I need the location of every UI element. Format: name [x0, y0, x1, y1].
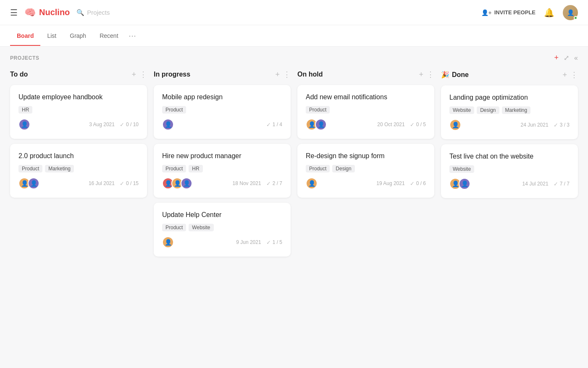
card-tags: HR	[18, 106, 139, 114]
card-tag: Product	[306, 165, 330, 172]
column-add-button[interactable]: +	[131, 71, 136, 78]
header-left: ☰ 🧠 Nuclino 🔍 Projects	[10, 7, 110, 18]
card-footer: 👤👤14 Jul 2021✓7 / 7	[449, 178, 570, 190]
tab-board[interactable]: Board	[10, 26, 40, 46]
tab-more-button[interactable]: ⋯	[125, 25, 139, 46]
card-footer: 👤24 Jun 2021✓3 / 3	[449, 119, 570, 131]
card[interactable]: Update employee handbookHR👤3 Aug 2021✓0 …	[10, 85, 147, 139]
card-tags: Website	[449, 165, 570, 173]
card-title: Update employee handbook	[18, 93, 139, 101]
column-title-text: To do	[10, 71, 28, 78]
checklist-icon: ✓	[554, 181, 558, 187]
user-avatar[interactable]: 👤	[563, 5, 578, 20]
avatar: 👤	[449, 119, 461, 131]
avatar: 👤	[306, 177, 318, 189]
card-meta: 19 Aug 2021✓0 / 6	[376, 180, 426, 187]
card-tags: ProductHR	[162, 165, 282, 172]
card-footer: 👤👤20 Oct 2021✓0 / 5	[306, 119, 426, 130]
card-tag: Design	[332, 165, 354, 172]
column-menu-button[interactable]: ⋮	[139, 71, 147, 78]
card-checklist: ✓1 / 4	[266, 122, 282, 128]
card[interactable]: Re-design the signup formProductDesign👤1…	[297, 144, 434, 198]
card[interactable]: 2.0 product launchProductMarketing👤👤16 J…	[10, 144, 147, 198]
checklist-count: 1 / 4	[273, 122, 282, 127]
header-right: 👤+ INVITE PEOPLE 🔔 👤	[481, 5, 578, 20]
card-date: 16 Jul 2021	[89, 180, 115, 186]
column-title-inprogress: In progress	[154, 71, 190, 78]
column-done: 🎉Done+⋮Landing page optimizationWebsiteD…	[441, 69, 578, 203]
card-date: 24 Jun 2021	[521, 122, 549, 128]
card-meta: ✓1 / 4	[266, 122, 282, 128]
card-tag: Website	[189, 224, 213, 231]
board-header: PROJECTS + ⤢ «	[10, 53, 578, 62]
column-add-button[interactable]: +	[275, 71, 280, 78]
card-tags: ProductDesign	[306, 165, 426, 172]
column-title-text: In progress	[154, 71, 190, 78]
expand-icon[interactable]: ⤢	[564, 54, 569, 62]
column-menu-button[interactable]: ⋮	[283, 71, 291, 78]
search-area[interactable]: 🔍 Projects	[76, 9, 110, 16]
card-footer: 👤3 Aug 2021✓0 / 10	[18, 119, 139, 130]
add-column-button[interactable]: +	[554, 53, 559, 62]
avatar: 👤	[18, 119, 30, 130]
avatar: 👤	[162, 119, 174, 130]
card-avatars: 👤	[18, 119, 30, 130]
card-checklist: ✓0 / 6	[410, 180, 426, 187]
hamburger-button[interactable]: ☰	[10, 8, 18, 17]
column-add-button[interactable]: +	[562, 71, 567, 79]
card-title: Re-design the signup form	[306, 152, 426, 160]
checklist-count: 0 / 15	[126, 180, 139, 186]
column-header-actions: +⋮	[562, 71, 578, 79]
card-checklist: ✓0 / 5	[410, 122, 426, 128]
bell-icon[interactable]: 🔔	[544, 8, 554, 18]
card-footer: 👤👤👤18 Nov 2021✓2 / 7	[162, 177, 282, 189]
card-title: Update Help Center	[162, 211, 282, 219]
avatar: 👤	[181, 177, 192, 189]
card-footer: 👤9 Jun 2021✓1 / 5	[162, 236, 282, 248]
tab-graph[interactable]: Graph	[63, 26, 93, 46]
checklist-icon: ✓	[266, 122, 271, 128]
card-tag: Marketing	[502, 106, 531, 114]
card[interactable]: Update Help CenterProductWebsite👤9 Jun 2…	[154, 203, 291, 257]
tab-list[interactable]: List	[40, 26, 63, 46]
column-header-actions: +⋮	[419, 71, 434, 78]
card-meta: 3 Aug 2021✓0 / 10	[89, 122, 139, 128]
card-avatars: 👤👤	[18, 177, 39, 189]
card[interactable]: Hire new product managerProductHR👤👤👤18 N…	[154, 144, 291, 198]
logo-icon: 🧠	[24, 7, 36, 18]
card[interactable]: Test live chat on the websiteWebsite👤👤14…	[441, 144, 578, 198]
tab-recent[interactable]: Recent	[93, 26, 125, 46]
card-title: Test live chat on the website	[449, 153, 570, 160]
card-avatars: 👤	[162, 236, 174, 248]
checklist-icon: ✓	[410, 180, 415, 187]
collapse-icon[interactable]: «	[574, 54, 578, 62]
card-date: 19 Aug 2021	[376, 180, 404, 186]
tabs-bar: Board List Graph Recent ⋯	[0, 25, 588, 47]
card-date: 18 Nov 2021	[233, 180, 261, 186]
column-header-done: 🎉Done+⋮	[441, 69, 578, 80]
card-avatars: 👤👤	[306, 119, 327, 130]
card[interactable]: Add new email notificationsProduct👤👤20 O…	[297, 85, 434, 139]
checklist-icon: ✓	[266, 180, 271, 187]
column-title-done: 🎉Done	[441, 71, 469, 79]
checklist-icon: ✓	[410, 122, 415, 128]
column-menu-button[interactable]: ⋮	[570, 71, 578, 79]
card-title: Mobile app redesign	[162, 93, 282, 101]
column-add-button[interactable]: +	[419, 71, 423, 78]
card[interactable]: Landing page optimizationWebsiteDesignMa…	[441, 85, 578, 139]
kanban-columns: To do+⋮Update employee handbookHR👤3 Aug …	[10, 69, 578, 262]
checklist-icon: ✓	[266, 239, 271, 246]
card-tag: Product	[162, 224, 186, 231]
column-menu-button[interactable]: ⋮	[427, 71, 434, 78]
header: ☰ 🧠 Nuclino 🔍 Projects 👤+ INVITE PEOPLE …	[0, 0, 588, 25]
invite-button[interactable]: 👤+ INVITE PEOPLE	[481, 9, 536, 16]
card-footer: 👤👤16 Jul 2021✓0 / 15	[18, 177, 139, 189]
logo: 🧠 Nuclino	[24, 7, 70, 18]
card-title: Landing page optimization	[449, 94, 570, 101]
board-area: PROJECTS + ⤢ « To do+⋮Update employee ha…	[0, 47, 588, 268]
column-emoji: 🎉	[441, 71, 449, 79]
card-meta: 24 Jun 2021✓3 / 3	[521, 122, 570, 128]
card-tag: HR	[18, 106, 32, 114]
card[interactable]: Mobile app redesignProduct👤✓1 / 4	[154, 85, 291, 139]
card-meta: 16 Jul 2021✓0 / 15	[89, 180, 139, 187]
